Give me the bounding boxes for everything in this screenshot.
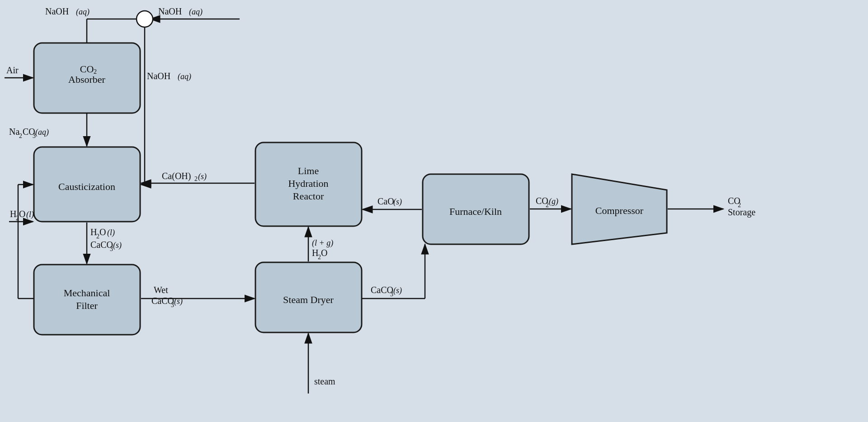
air-label: Air [6,65,19,75]
compressor-label: Compressor [595,205,644,216]
svg-text:(l): (l) [107,228,115,237]
svg-text:3: 3 [110,246,113,252]
svg-text:2: 2 [194,175,198,182]
mechanical-filter-label: Mechanical [64,287,110,299]
caoh2-s: (s) [198,172,207,181]
svg-text:3: 3 [390,291,393,298]
co2-absorber-label2: Absorber [68,74,106,85]
causticization-label: Causticization [58,181,115,192]
naoh-top-left-label: NaOH [45,6,69,16]
h2o-l-italic: (l) [26,210,34,219]
svg-text:O: O [99,227,106,237]
svg-text:2: 2 [318,254,321,261]
lime-hydration-label3: Reactor [293,190,324,202]
cao-label: CaO [377,196,394,206]
svg-text:2: 2 [546,202,549,209]
svg-text:(s): (s) [393,286,402,295]
naoh-top-left-aq: (aq) [76,7,90,17]
co2-storage-label2: Storage [728,207,755,218]
naoh-top-right-label: NaOH [158,6,182,16]
caoh2-label: Ca(OH) [162,171,191,181]
svg-text:O: O [321,248,327,258]
svg-text:3: 3 [171,302,174,308]
na2co3-label: Na [9,127,19,137]
naoh-top-right-aq: (aq) [189,7,203,17]
furnace-kiln-label: Furnace/Kiln [449,206,502,217]
steam-dryer-label: Steam Dryer [283,294,334,305]
wet-caco3-label1: Wet [154,285,168,295]
steam-label: steam [314,376,335,386]
svg-point-7 [137,11,153,27]
mechanical-filter-label2: Filter [76,300,98,311]
h2o-l-o: O [19,209,25,219]
svg-text:2: 2 [94,68,97,75]
svg-text:(s): (s) [113,241,122,250]
svg-text:(s): (s) [174,297,183,306]
lime-hydration-label1: Lime [298,165,319,176]
lime-hydration-label2: Hydration [288,178,328,189]
svg-text:(g): (g) [549,197,558,206]
svg-text:2: 2 [19,133,22,139]
svg-text:2: 2 [96,233,99,240]
naoh-right-label: NaOH [147,71,170,81]
process-flow-diagram: CO Absorber 2 Causticization Mechanical … [0,0,868,422]
h2o-lg-label2: (l + g) [312,238,333,248]
naoh-right-aq: (aq) [178,72,191,81]
na2co3-aq: (aq) [35,128,49,137]
svg-text:(s): (s) [393,197,402,207]
co2-absorber-label: CO [80,63,94,75]
